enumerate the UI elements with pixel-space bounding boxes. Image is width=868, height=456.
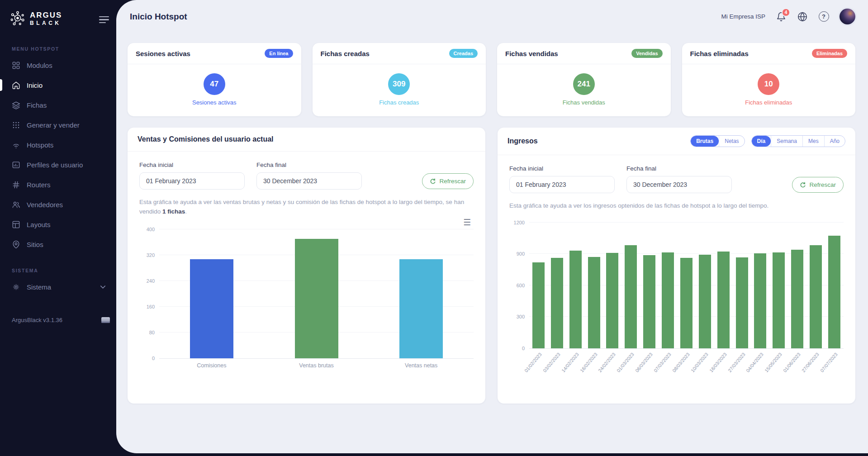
toggle-mes[interactable]: Mes [802,136,824,147]
bar-column: 01/03/2023 [621,223,640,348]
sidebar-item-perfiles-de-usuario[interactable]: Perfiles de usuario [0,155,116,175]
x-axis-label: 27/03/2023 [726,352,746,373]
sidebar-item-sistema[interactable]: Sistema [0,277,116,297]
bar-column: 08/03/2023 [677,223,696,348]
y-axis: 080160240320400 [139,229,159,358]
bar-column: 10/03/2023 [696,223,714,348]
chevron-down-icon [99,283,107,291]
bar-column: 14/02/2023 [566,223,585,348]
bar [588,257,600,348]
wifi-icon [12,141,20,149]
bar [551,258,563,348]
app-root: ARGUS BLACK MENU HOTSPOT Modulos Inicio … [0,0,868,456]
sidebar-item-routers[interactable]: Routers [0,175,116,195]
x-axis-label: Ventas netas [405,362,437,369]
fecha-inicial-label: Fecha inicial [509,165,615,172]
sidebar-item-sitios[interactable]: Sitios [0,234,116,254]
toggle-netas[interactable]: Netas [719,136,744,147]
sales-card: Ventas y Comisiones del usuario actual F… [128,128,485,404]
sidebar-item-vendedores[interactable]: Vendedores [0,195,116,214]
user-avatar[interactable] [840,9,855,24]
bar [606,253,618,348]
bar-column: 16/02/2023 [585,223,603,348]
stat-card-fichas-vendidas: Fichas vendidas Vendidas 241 Fichas vend… [497,43,671,116]
bar [399,259,443,358]
x-axis-label: 16/02/2023 [579,352,598,373]
logo-line2: BLACK [30,20,62,26]
notification-badge: 4 [782,8,790,17]
fecha-final-field: Fecha final [626,165,732,193]
notifications-button[interactable]: 4 [776,11,787,22]
stat-label: Fichas creadas [379,99,419,106]
sidebar-item-label: Vendedores [27,201,63,209]
layout-icon [12,220,20,229]
bar [699,255,711,348]
x-axis-label: 27/06/2023 [801,352,820,373]
sidebar-item-inicio[interactable]: Inicio [0,75,116,95]
chart-menu-icon[interactable]: ☰ [139,219,471,228]
bar [532,262,545,348]
toggle-brutas[interactable]: Brutas [691,136,719,147]
sidebar-item-hotspots[interactable]: Hotspots [0,135,116,155]
y-axis: 03006009001200 [509,223,529,348]
version-row: ArgusBlack v3.1.36 [12,317,110,323]
bar-column: 07/03/2023 [659,223,677,348]
bar [828,236,840,348]
bar [791,250,803,348]
fecha-inicial-input[interactable] [139,172,245,190]
bar-column: 03/02/2023 [548,223,566,348]
sidebar-menu: Modulos Inicio Fichas Generar y vender H… [0,55,116,254]
x-axis-label: 07/03/2023 [653,352,672,373]
bar-column: 01/02/2023 [529,223,548,348]
refresh-button[interactable]: Refrescar [792,177,844,193]
sidebar-item-fichas[interactable]: Fichas [0,95,116,115]
sidebar-item-label: Sitios [27,241,43,248]
language-button[interactable] [797,11,808,22]
sales-description: Esta gráfica te ayuda a ver las ventas b… [139,198,474,217]
main-content: Inicio Hotspot Mi Empresa ISP 4 ? [116,0,868,453]
refresh-icon [430,178,436,185]
fecha-final-input[interactable] [256,172,362,190]
bar [295,239,338,358]
sidebar-item-label: Perfiles de usuario [27,161,83,169]
stat-label: Sesiones activas [192,99,237,106]
sidebar-collapse-icon[interactable] [99,14,109,25]
x-axis-label: 01/06/2023 [782,352,802,373]
toggle-semana[interactable]: Semana [771,136,802,147]
bar-column: 27/06/2023 [806,223,825,348]
argus-molecule-icon [10,11,25,26]
bar [754,253,766,348]
ingresos-chart: 03006009001200 01/02/202303/02/202314/02… [509,223,844,349]
sidebar-item-label: Generar y vender [27,121,80,129]
x-axis-label: 15/05/2023 [764,352,783,373]
sidebar-item-modulos[interactable]: Modulos [0,55,116,75]
sidebar-item-label: Fichas [27,101,47,109]
bar [773,252,785,348]
x-axis-label: 04/04/2023 [745,352,764,373]
bar [736,257,748,348]
refresh-button[interactable]: Refrescar [422,173,474,189]
x-axis-label: 16/03/2023 [708,352,727,373]
id-card-icon [12,161,20,169]
stat-value: 10 [758,73,779,95]
sidebar-item-layouts[interactable]: Layouts [0,214,116,234]
toggle-ano[interactable]: Año [824,136,845,147]
stat-title: Sesiones activas [136,50,190,57]
toggle-dia[interactable]: Día [752,136,771,147]
sidebar-item-label: Sistema [27,283,51,291]
fecha-inicial-input[interactable] [509,176,615,193]
dots-grid-icon [12,121,20,129]
sidebar-item-generar-y-vender[interactable]: Generar y vender [0,115,116,135]
grid-icon [12,61,20,70]
bar [717,252,730,348]
bar-column: 16/03/2023 [714,223,733,348]
fecha-final-input[interactable] [626,176,732,193]
x-axis-label: Ventas brutas [299,362,333,369]
ingresos-description: Esta gráfica te ayuda a ver los ingresos… [509,201,844,211]
help-button[interactable]: ? [818,11,829,22]
fecha-final-field: Fecha final [256,162,362,190]
logo-line1: ARGUS [30,11,62,19]
sidebar-item-label: Hotspots [27,141,53,149]
app-version: ArgusBlack v3.1.36 [12,317,62,323]
x-axis-label: 07/07/2023 [819,352,839,373]
